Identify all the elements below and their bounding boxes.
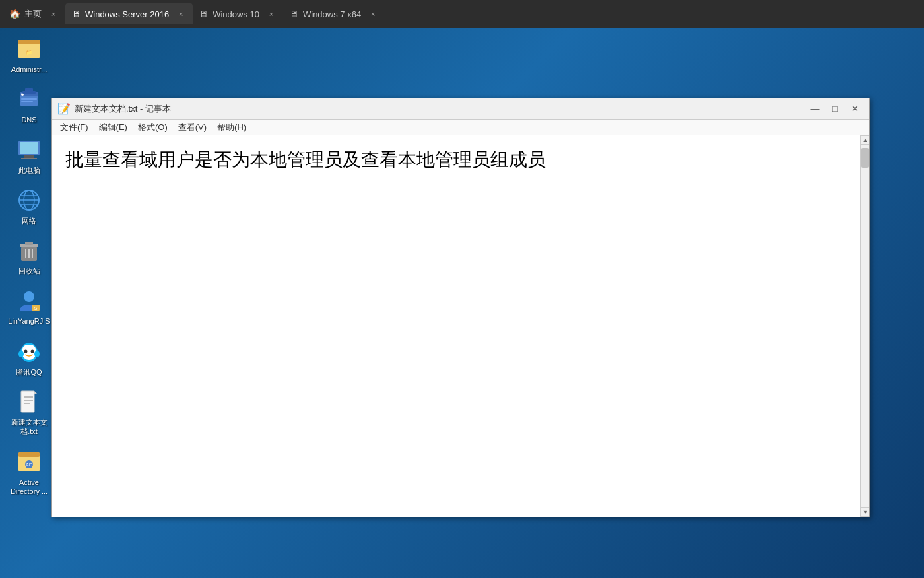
tab-close-ws2016[interactable]: ×: [176, 9, 186, 19]
desktop-icon-linyangrj[interactable]: S LinYangRJ S: [5, 285, 53, 328]
tab-win10[interactable]: 🖥Windows 10×: [193, 3, 283, 24]
svg-rect-7: [21, 98, 37, 100]
svg-rect-2: [18, 40, 40, 44]
svg-point-26: [24, 291, 34, 302]
svg-rect-22: [25, 242, 33, 245]
svg-marker-36: [34, 391, 37, 394]
desktop-icon-dns[interactable]: DNS: [5, 83, 53, 127]
this-pc-icon: [16, 137, 42, 163]
desktop-icon-new-txt[interactable]: 新建文本文 档.txt: [5, 386, 53, 439]
administrator-label: Administr...: [11, 65, 47, 74]
tab-label-ws2016: Windows Server 2016: [85, 9, 169, 19]
desktop-icon-recycle-bin[interactable]: 回收站: [5, 235, 53, 278]
desktop-icon-network[interactable]: 网络: [5, 184, 53, 228]
scrollbar-track[interactable]: [861, 145, 869, 507]
menu-item-file[interactable]: 文件(F): [55, 120, 94, 135]
menu-item-view[interactable]: 查看(V): [173, 120, 212, 135]
svg-rect-13: [24, 155, 34, 158]
svg-point-30: [22, 344, 36, 360]
desktop-icon-active-directory[interactable]: AD Active Directory ...: [5, 446, 53, 499]
svg-text:📁: 📁: [26, 49, 32, 55]
network-label: 网络: [22, 216, 36, 225]
active-directory-icon: AD: [16, 449, 42, 475]
dns-label: DNS: [21, 115, 36, 124]
svg-rect-35: [21, 391, 34, 412]
notepad-title-icon: 📝: [57, 102, 71, 115]
desktop-icon-this-pc[interactable]: 此电脑: [5, 134, 53, 178]
titlebar-buttons: — □ ✕: [806, 102, 864, 116]
tab-win7[interactable]: 🖥Windows 7 x64×: [283, 3, 385, 24]
maximize-button[interactable]: □: [826, 102, 844, 116]
window-titlebar: 📝 新建文本文档.txt - 记事本 — □ ✕: [52, 98, 869, 120]
tab-label-win10: Windows 10: [213, 9, 259, 19]
notepad-window: 📝 新建文本文档.txt - 记事本 — □ ✕ 文件(F)编辑(E)格式(O)…: [51, 98, 870, 517]
tab-close-home[interactable]: ×: [48, 9, 59, 19]
minimize-button[interactable]: —: [806, 102, 824, 116]
desktop-icon-qq[interactable]: 腾讯QQ: [5, 336, 53, 379]
menu-item-help[interactable]: 帮助(H): [212, 120, 251, 135]
tab-icon-home: 🏠: [9, 9, 20, 19]
active-directory-label: Active Directory ...: [11, 478, 48, 497]
notepad-title-text: 新建文本文档.txt - 记事本: [75, 103, 806, 115]
desktop-icon-administrator[interactable]: 📁 Administr...: [5, 33, 53, 77]
tab-bar: 🏠主页×🖥Windows Server 2016×🖥Windows 10×🖥Wi…: [0, 0, 924, 28]
new-txt-icon: [16, 388, 42, 415]
tab-label-home: 主页: [24, 8, 42, 20]
desktop-icons: 📁 Administr... DNS 此电脑 网络: [5, 33, 53, 499]
network-icon: [16, 187, 42, 213]
qq-label: 腾讯QQ: [16, 367, 42, 377]
qq-icon: [16, 338, 42, 365]
notepad-textarea[interactable]: [52, 135, 860, 517]
recycle-bin-icon: [16, 237, 42, 264]
tab-close-win7[interactable]: ×: [368, 9, 378, 19]
menu-bar: 文件(F)编辑(E)格式(O)查看(V)帮助(H): [52, 120, 869, 135]
tab-label-win7: Windows 7 x64: [303, 9, 361, 19]
desktop: 🏠主页×🖥Windows Server 2016×🖥Windows 10×🖥Wi…: [0, 0, 924, 578]
tab-icon-win10: 🖥: [199, 9, 209, 19]
tab-close-win10[interactable]: ×: [266, 9, 277, 19]
scrollbar-arrow-down[interactable]: ▼: [861, 507, 869, 517]
scrollbar-thumb[interactable]: [861, 148, 869, 168]
svg-rect-42: [18, 452, 40, 457]
tab-home[interactable]: 🏠主页×: [3, 3, 65, 24]
svg-point-31: [24, 349, 28, 353]
svg-point-34: [34, 351, 40, 357]
new-txt-label: 新建文本文 档.txt: [11, 417, 48, 437]
notepad-content: ▲ ▼: [52, 135, 869, 517]
linyangrj-icon: S: [16, 287, 42, 314]
menu-item-edit[interactable]: 编辑(E): [94, 120, 133, 135]
svg-rect-14: [21, 158, 37, 159]
menu-item-format[interactable]: 格式(O): [133, 120, 173, 135]
svg-rect-12: [20, 142, 38, 154]
linyangrj-label: LinYangRJ S: [8, 316, 50, 326]
recycle-bin-label: 回收站: [18, 266, 40, 275]
dns-icon: [16, 86, 42, 112]
svg-point-32: [31, 349, 34, 353]
svg-text:AD: AD: [25, 462, 32, 468]
svg-rect-8: [21, 101, 33, 102]
tab-icon-ws2016: 🖥: [72, 9, 81, 19]
svg-text:S: S: [34, 306, 38, 310]
svg-point-33: [18, 351, 24, 357]
tab-icon-win7: 🖥: [290, 9, 299, 19]
scrollbar-arrow-up[interactable]: ▲: [861, 135, 869, 145]
this-pc-label: 此电脑: [18, 166, 40, 175]
svg-rect-10: [25, 88, 33, 92]
close-button[interactable]: ✕: [845, 102, 864, 116]
scrollbar-vertical[interactable]: ▲ ▼: [860, 135, 869, 517]
tab-ws2016[interactable]: 🖥Windows Server 2016×: [65, 3, 193, 24]
administrator-icon: 📁: [16, 36, 42, 62]
